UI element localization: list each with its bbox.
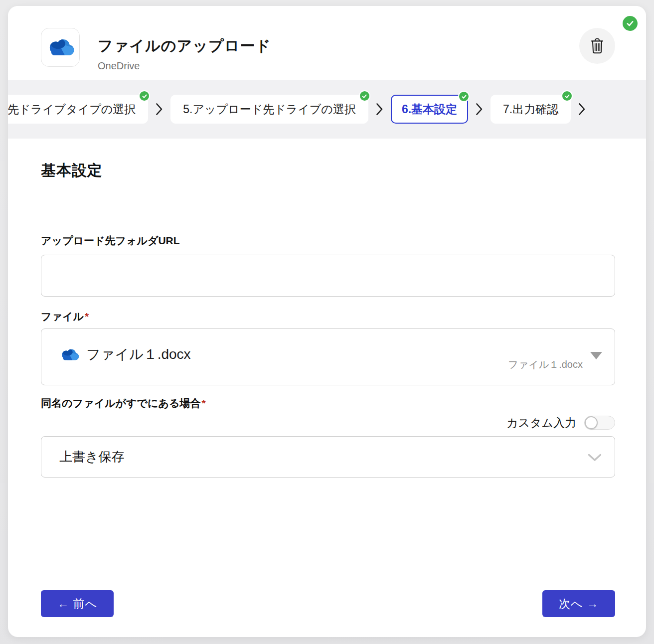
chevron-right-icon — [578, 103, 586, 116]
step-complete-check-icon — [139, 90, 150, 102]
folder-url-input[interactable] — [41, 255, 615, 297]
chevron-right-icon — [156, 103, 163, 116]
conflict-label: 同名のファイルがすでにある場合* — [41, 396, 615, 410]
onedrive-logo — [41, 28, 80, 67]
card-header: ファイルのアップロード OneDrive — [8, 6, 646, 80]
file-select-field[interactable]: ファイル１.docx ファイル１.docx — [41, 328, 615, 385]
chevron-right-icon — [476, 103, 483, 116]
card-complete-check-icon — [623, 16, 638, 31]
onedrive-cloud-icon — [46, 38, 75, 57]
custom-input-row: カスタム入力 — [41, 415, 615, 430]
step-drive-select[interactable]: 5.アップロード先ドライブの選択 — [170, 95, 368, 124]
step-label: 7.出力確認 — [503, 103, 558, 116]
step-label: 6.基本設定 — [402, 103, 457, 116]
delete-button[interactable] — [579, 28, 615, 64]
toggle-knob — [585, 416, 598, 429]
file-selected-hint: ファイル１.docx — [508, 358, 583, 371]
chevron-right-icon — [376, 103, 383, 116]
page-title: ファイルのアップロード — [98, 36, 271, 56]
required-mark: * — [201, 397, 205, 409]
required-mark: * — [85, 311, 89, 322]
step-drive-type[interactable]: 先ドライブタイプの選択 — [8, 95, 148, 124]
onedrive-cloud-icon — [59, 348, 79, 361]
caret-down-icon — [590, 352, 602, 359]
file-label: ファイル* — [41, 310, 615, 323]
folder-url-label: アップロード先フォルダURL — [41, 234, 615, 248]
onedrive-upload-card: ファイルのアップロード OneDrive 先ドライブタイプの選択 — [8, 6, 646, 637]
app-name: OneDrive — [98, 60, 271, 72]
step-complete-check-icon — [359, 90, 370, 102]
step-complete-check-icon — [561, 90, 573, 102]
custom-input-toggle[interactable] — [584, 416, 615, 430]
custom-input-label: カスタム入力 — [506, 415, 576, 431]
step-complete-check-icon — [458, 91, 470, 102]
step-label: 先ドライブタイプの選択 — [8, 103, 136, 116]
file-selected-value: ファイル１.docx — [86, 345, 191, 364]
footer-nav: ← 前へ 次へ → — [41, 590, 615, 617]
trash-icon — [590, 38, 605, 54]
prev-button[interactable]: ← 前へ — [41, 590, 114, 617]
chevron-down-icon — [588, 454, 602, 464]
next-button[interactable]: 次へ → — [542, 590, 615, 617]
section-heading: 基本設定 — [41, 161, 615, 181]
step-content: 基本設定 アップロード先フォルダURL ファイル* ファイル１.docx ファイ… — [8, 161, 646, 617]
step-breadcrumb-bar: 先ドライブタイプの選択 5.アップロード先ドライブの選択 6.基本設定 — [8, 80, 646, 139]
step-label: 5.アップロード先ドライブの選択 — [183, 103, 356, 116]
conflict-selected-option: 上書き保存 — [59, 448, 125, 466]
conflict-select[interactable]: 上書き保存 — [41, 436, 615, 478]
step-output-confirm[interactable]: 7.出力確認 — [490, 95, 571, 124]
step-basic-settings[interactable]: 6.基本設定 — [391, 95, 468, 124]
